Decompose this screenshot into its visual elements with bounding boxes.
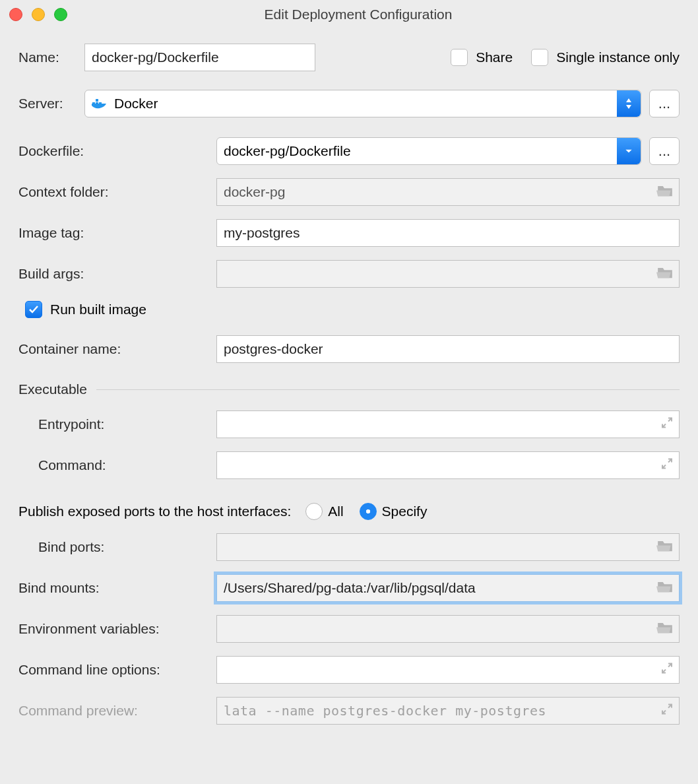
server-row: Server: Docker ... bbox=[18, 90, 680, 117]
run-built-checkbox-wrap[interactable]: Run built image bbox=[25, 301, 146, 318]
container-row: Container name: postgres-docker bbox=[18, 335, 680, 363]
folder-icon[interactable] bbox=[656, 620, 674, 638]
expand-icon[interactable] bbox=[660, 457, 674, 474]
run-built-checkbox[interactable] bbox=[25, 301, 42, 318]
bindports-label: Bind ports: bbox=[18, 539, 216, 555]
cliopts-label: Command line options: bbox=[18, 662, 216, 678]
buildargs-row: Build args: bbox=[18, 260, 680, 288]
env-input[interactable] bbox=[216, 615, 680, 643]
executable-label: Executable bbox=[18, 381, 87, 397]
radio-all-wrap[interactable]: All bbox=[305, 503, 343, 520]
server-select[interactable]: Docker bbox=[84, 90, 641, 117]
bindports-input[interactable] bbox=[216, 533, 680, 561]
server-value: Docker bbox=[114, 96, 158, 112]
container-label: Container name: bbox=[18, 341, 216, 357]
preview-value: lata --name postgres-docker my-postgres bbox=[224, 703, 546, 719]
container-input[interactable]: postgres-docker bbox=[216, 335, 680, 363]
bindports-row: Bind ports: bbox=[18, 533, 680, 561]
dockerfile-label: Dockerfile: bbox=[18, 143, 216, 159]
window-title: Edit Deployment Configuration bbox=[28, 7, 689, 22]
container-value: postgres-docker bbox=[224, 341, 323, 357]
single-instance-checkbox[interactable] bbox=[531, 49, 548, 66]
cliopts-input[interactable] bbox=[216, 656, 680, 684]
name-row: Name: docker-pg/Dockerfile Share Single … bbox=[18, 44, 680, 71]
context-label: Context folder: bbox=[18, 184, 216, 200]
preview-input: lata --name postgres-docker my-postgres bbox=[216, 697, 680, 725]
radio-specify-label: Specify bbox=[382, 504, 428, 519]
dockerfile-select[interactable]: docker-pg/Dockerfile bbox=[216, 137, 641, 165]
dockerfile-value: docker-pg/Dockerfile bbox=[224, 143, 351, 159]
name-value: docker-pg/Dockerfile bbox=[92, 49, 219, 65]
expand-icon[interactable] bbox=[660, 703, 674, 719]
server-more-button[interactable]: ... bbox=[649, 90, 680, 117]
share-checkbox-wrap[interactable]: Share bbox=[451, 49, 513, 66]
buildargs-label: Build args: bbox=[18, 266, 216, 282]
entrypoint-row: Entrypoint: bbox=[18, 410, 680, 438]
folder-icon[interactable] bbox=[656, 579, 674, 597]
imagetag-input[interactable]: my-postgres bbox=[216, 219, 680, 247]
publish-ports-row: Publish exposed ports to the host interf… bbox=[18, 503, 680, 520]
entrypoint-label: Entrypoint: bbox=[18, 416, 216, 432]
radio-all-label: All bbox=[328, 504, 343, 519]
folder-icon[interactable] bbox=[656, 183, 674, 201]
imagetag-row: Image tag: my-postgres bbox=[18, 219, 680, 247]
single-instance-label: Single instance only bbox=[556, 49, 680, 65]
bindmounts-label: Bind mounts: bbox=[18, 580, 216, 596]
runbuilt-row: Run built image bbox=[18, 301, 680, 318]
command-input[interactable] bbox=[216, 451, 680, 479]
dialog-body: Name: docker-pg/Dockerfile Share Single … bbox=[0, 29, 698, 731]
env-label: Environment variables: bbox=[18, 621, 216, 637]
publish-ports-label: Publish exposed ports to the host interf… bbox=[18, 504, 291, 519]
server-label: Server: bbox=[18, 96, 84, 112]
imagetag-value: my-postgres bbox=[224, 225, 300, 241]
docker-icon bbox=[92, 97, 108, 110]
cliopts-row: Command line options: bbox=[18, 656, 680, 684]
radio-specify-wrap[interactable]: Specify bbox=[360, 503, 428, 520]
dockerfile-row: Dockerfile: docker-pg/Dockerfile ... bbox=[18, 137, 680, 165]
context-row: Context folder: docker-pg bbox=[18, 178, 680, 206]
stepper-arrows-icon[interactable] bbox=[617, 90, 641, 117]
preview-row: Command preview: lata --name postgres-do… bbox=[18, 697, 680, 725]
close-icon[interactable] bbox=[9, 8, 22, 21]
bindmounts-value: /Users/Shared/pg-data:/var/lib/pgsql/dat… bbox=[224, 580, 476, 596]
env-row: Environment variables: bbox=[18, 615, 680, 643]
titlebar: Edit Deployment Configuration bbox=[0, 0, 698, 29]
radio-specify[interactable] bbox=[360, 503, 377, 520]
checkmark-icon bbox=[28, 304, 40, 315]
executable-section: Executable bbox=[18, 381, 680, 397]
imagetag-label: Image tag: bbox=[18, 225, 216, 241]
expand-icon[interactable] bbox=[660, 416, 674, 433]
chevron-down-icon[interactable] bbox=[617, 138, 641, 164]
svg-rect-3 bbox=[96, 99, 98, 102]
name-input[interactable]: docker-pg/Dockerfile bbox=[84, 44, 315, 71]
name-label: Name: bbox=[18, 49, 84, 65]
preview-label: Command preview: bbox=[18, 703, 216, 719]
folder-icon[interactable] bbox=[656, 265, 674, 283]
share-label: Share bbox=[476, 49, 513, 65]
radio-all[interactable] bbox=[305, 503, 323, 520]
expand-icon[interactable] bbox=[660, 662, 674, 678]
buildargs-input[interactable] bbox=[216, 260, 680, 288]
context-input[interactable]: docker-pg bbox=[216, 178, 680, 206]
context-value: docker-pg bbox=[224, 184, 285, 200]
single-instance-checkbox-wrap[interactable]: Single instance only bbox=[531, 49, 680, 66]
bindmounts-row: Bind mounts: /Users/Shared/pg-data:/var/… bbox=[18, 574, 680, 602]
entrypoint-input[interactable] bbox=[216, 410, 680, 438]
bindmounts-input[interactable]: /Users/Shared/pg-data:/var/lib/pgsql/dat… bbox=[216, 574, 680, 602]
run-built-label: Run built image bbox=[50, 302, 146, 317]
dockerfile-more-button[interactable]: ... bbox=[649, 137, 680, 165]
share-checkbox[interactable] bbox=[451, 49, 468, 66]
folder-icon[interactable] bbox=[656, 539, 674, 556]
command-row: Command: bbox=[18, 451, 680, 479]
divider bbox=[96, 389, 680, 390]
command-label: Command: bbox=[18, 457, 216, 473]
